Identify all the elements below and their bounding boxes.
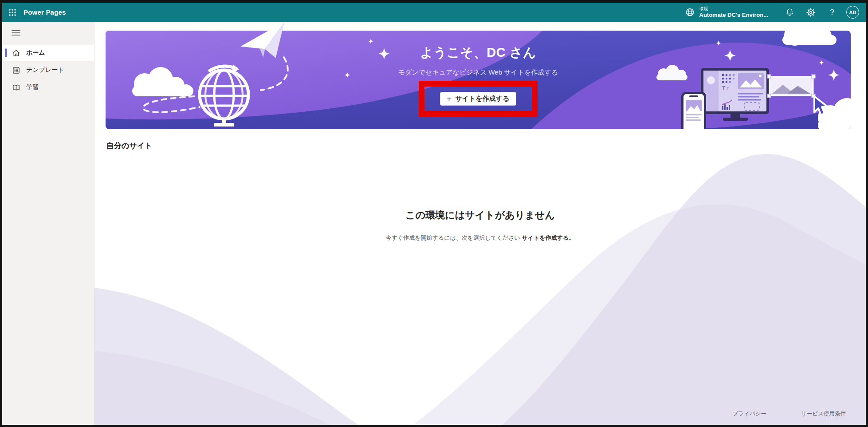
- welcome-subtitle: モダンでセキュアなビジネス Web サイトを作成する: [310, 68, 647, 77]
- avatar-initials: AD: [849, 10, 856, 15]
- my-sites-heading: 自分のサイト: [106, 141, 153, 151]
- collapse-nav-button[interactable]: [12, 30, 21, 36]
- selected-indicator: [5, 48, 7, 57]
- help-button[interactable]: ?: [821, 3, 843, 22]
- sidebar-item-learn[interactable]: 学習: [2, 79, 94, 95]
- plus-icon: +: [447, 95, 451, 103]
- footer: プライバシー サービス使用条件: [733, 410, 846, 418]
- waffle-icon: [8, 8, 16, 16]
- sidebar-item-label: ホーム: [26, 49, 45, 57]
- privacy-link[interactable]: プライバシー: [733, 410, 766, 418]
- settings-button[interactable]: [800, 3, 821, 22]
- environment-picker-button[interactable]: 環境 Automate DC's Environ...: [675, 3, 779, 22]
- topbar-actions: 環境 Automate DC's Environ...: [675, 3, 866, 22]
- environment-text: 環境 Automate DC's Environ...: [699, 6, 769, 19]
- monitor-image-card: [738, 73, 764, 89]
- sidebar-item-home[interactable]: ホーム: [2, 45, 94, 61]
- account-avatar[interactable]: AD: [846, 6, 859, 19]
- phone-illustration: [681, 92, 706, 129]
- templates-icon: [12, 66, 20, 75]
- app-title: Power Pages: [24, 8, 66, 16]
- home-icon: [12, 49, 20, 57]
- svg-text:T: T: [727, 87, 729, 91]
- sidebar-item-templates[interactable]: テンプレート: [2, 62, 94, 78]
- book-icon: [12, 83, 20, 92]
- monitor-illustration: T T: [701, 68, 769, 121]
- empty-state-title: この環境にはサイトがありません: [94, 209, 866, 222]
- selected-image-card: [767, 75, 815, 98]
- top-app-bar: Power Pages 環境 Automate DC's Environ...: [2, 3, 866, 22]
- gear-icon: [806, 8, 815, 17]
- create-site-button-label: サイトを作成する: [455, 95, 509, 103]
- empty-state-hint-bold: サイトを作成する。: [522, 234, 575, 241]
- welcome-title: ようこそ、DC さん: [310, 44, 647, 62]
- paper-plane-illustration: [236, 22, 292, 67]
- main-content: T T: [94, 22, 866, 425]
- empty-state-hint: 今すぐ作成を開始するには、次を選択してください サイトを作成する。: [94, 234, 866, 242]
- help-icon: ?: [830, 8, 834, 17]
- create-site-button[interactable]: + サイトを作成する: [440, 92, 516, 106]
- notifications-button[interactable]: [779, 3, 800, 22]
- sidebar-item-label: テンプレート: [26, 66, 64, 74]
- app-launcher-button[interactable]: [2, 3, 23, 22]
- svg-text:T: T: [722, 85, 726, 91]
- environment-label: 環境: [699, 6, 769, 12]
- empty-state: この環境にはサイトがありません 今すぐ作成を開始するには、次を選択してください …: [94, 209, 866, 242]
- cloud-top-right: [782, 31, 837, 46]
- environment-name: Automate DC's Environ...: [699, 12, 769, 19]
- sidebar-item-label: 学習: [26, 83, 39, 91]
- highlight-annotation-box: + サイトを作成する: [419, 81, 537, 117]
- empty-state-hint-text: 今すぐ作成を開始するには、次を選択してください: [386, 234, 522, 241]
- welcome-banner: T T: [106, 31, 851, 129]
- hamburger-icon: [12, 30, 20, 36]
- environment-icon: [685, 8, 695, 17]
- app-window: Power Pages 環境 Automate DC's Environ...: [2, 3, 866, 425]
- bell-icon: [786, 8, 794, 16]
- terms-link[interactable]: サービス使用条件: [801, 410, 846, 418]
- left-navigation: ホーム テンプレート 学習: [2, 22, 94, 425]
